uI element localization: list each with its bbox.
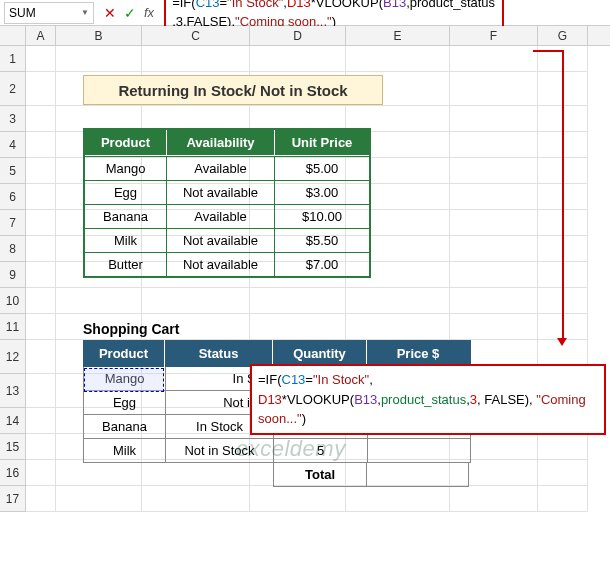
col-header-B[interactable]: B	[56, 26, 142, 45]
table-row: BananaAvailable$10.00	[85, 204, 369, 228]
spreadsheet-area: A B C D E F G 1 2 3 4 5 6 7 8 9 10 11 12…	[0, 26, 610, 512]
row-header-3[interactable]: 3	[0, 106, 25, 132]
row-header-6[interactable]: 6	[0, 184, 25, 210]
row-header-14[interactable]: 14	[0, 408, 25, 434]
column-headers: A B C D E F G	[0, 26, 610, 46]
row-header-2[interactable]: 2	[0, 72, 25, 106]
row-header-10[interactable]: 10	[0, 288, 25, 314]
row-header-11[interactable]: 11	[0, 314, 25, 340]
th-product: Product	[85, 130, 167, 155]
table-row: MangoAvailable$5.00	[85, 156, 369, 180]
product-table: Product Availability Unit Price MangoAva…	[83, 128, 371, 278]
grid-body: 1 2 3 4 5 6 7 8 9 10 11 12 13 14 15 16 1…	[0, 46, 610, 512]
col-header-F[interactable]: F	[450, 26, 538, 45]
select-all-corner[interactable]	[0, 26, 26, 45]
th-availability: Availability	[167, 130, 275, 155]
row-header-5[interactable]: 5	[0, 158, 25, 184]
col-header-D[interactable]: D	[250, 26, 346, 45]
name-box[interactable]: SUM ▼	[4, 2, 94, 24]
table-row: MilkNot available$5.50	[85, 228, 369, 252]
cart-table-header: Product Status Quantity Price $	[83, 340, 471, 367]
product-table-header: Product Availability Unit Price	[85, 130, 369, 156]
col-header-A[interactable]: A	[26, 26, 56, 45]
annotation-arrow-head-icon	[557, 338, 567, 346]
row-header-9[interactable]: 9	[0, 262, 25, 288]
cancel-formula-icon[interactable]: ✕	[104, 5, 116, 21]
table-row: ButterNot available$7.00	[85, 252, 369, 276]
row-header-13[interactable]: 13	[0, 374, 25, 408]
col-header-E[interactable]: E	[346, 26, 450, 45]
row-header-15[interactable]: 15	[0, 434, 25, 460]
name-box-value: SUM	[9, 6, 36, 20]
th-cart-status: Status	[165, 340, 273, 367]
col-header-C[interactable]: C	[142, 26, 250, 45]
row-header-7[interactable]: 7	[0, 210, 25, 236]
formula-controls: ✕ ✓ fx	[100, 5, 158, 21]
row-header-16[interactable]: 16	[0, 460, 25, 486]
row-header-17[interactable]: 17	[0, 486, 25, 512]
col-header-G[interactable]: G	[538, 26, 588, 45]
row-header-8[interactable]: 8	[0, 236, 25, 262]
row-header-4[interactable]: 4	[0, 132, 25, 158]
formula-bar-row: SUM ▼ ✕ ✓ fx =IF(C13="In Stock", D13*VLO…	[0, 0, 610, 26]
chevron-down-icon[interactable]: ▼	[81, 8, 89, 17]
fx-icon[interactable]: fx	[144, 5, 154, 20]
th-cart-product: Product	[83, 340, 165, 367]
total-value[interactable]	[367, 463, 468, 486]
row-header-12[interactable]: 12	[0, 340, 25, 374]
annotation-arrow-line-h	[533, 50, 563, 52]
th-cart-price: Price $	[367, 340, 469, 367]
selected-cell-b13[interactable]	[84, 368, 164, 392]
formula-tooltip: =IF(C13="In Stock", D13*VLOOKUP(B13,prod…	[250, 364, 606, 435]
cart-title: Shopping Cart	[83, 321, 179, 337]
total-label: Total	[274, 463, 367, 486]
table-row: EggNot available$3.00	[85, 180, 369, 204]
th-cart-qty: Quantity	[273, 340, 367, 367]
row-header-1[interactable]: 1	[0, 46, 25, 72]
annotation-arrow-line-v	[562, 50, 564, 340]
sheet-title: Returning In Stock/ Not in Stock	[83, 75, 383, 105]
table-row: MilkNot in Stock5	[83, 439, 471, 463]
row-headers: 1 2 3 4 5 6 7 8 9 10 11 12 13 14 15 16 1…	[0, 46, 26, 512]
total-row: Total	[273, 463, 469, 487]
accept-formula-icon[interactable]: ✓	[124, 5, 136, 21]
cells-area[interactable]: Returning In Stock/ Not in Stock Product…	[26, 46, 610, 512]
th-unitprice: Unit Price	[275, 130, 369, 155]
